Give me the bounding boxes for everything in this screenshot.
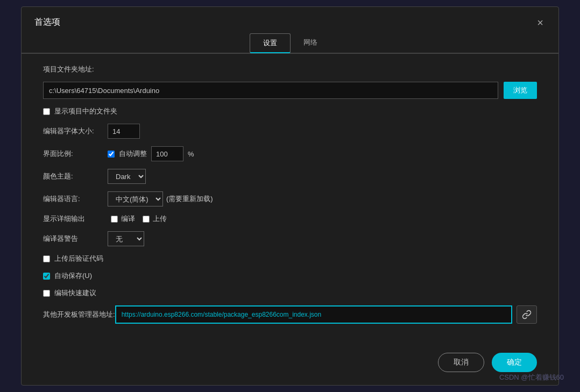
editor-font-row: 编辑器字体大小: <box>43 124 537 139</box>
auto-adjust-checkbox[interactable] <box>108 151 115 158</box>
verbose-compile-checkbox[interactable] <box>111 216 118 223</box>
reload-note: (需要重新加载) <box>166 194 213 204</box>
other-boards-row: 其他开发板管理器地址: <box>43 305 537 324</box>
auto-save-label: 自动保存(U) <box>54 271 92 281</box>
project-folder-label: 项目文件夹地址: <box>43 65 108 74</box>
project-folder-input-row: 浏览 <box>43 82 537 99</box>
scale-label: 界面比例: <box>43 149 108 159</box>
scale-input[interactable] <box>151 146 183 161</box>
scale-unit: % <box>188 150 194 158</box>
editor-lang-select[interactable]: 中文(简体) English <box>108 191 163 206</box>
editor-lang-row: 编辑器语言: 中文(简体) English (需要重新加载) <box>43 191 537 206</box>
dialog-titlebar: 首选项 × <box>22 7 558 33</box>
backdrop: 首选项 × 设置 网络 项目文件夹地址: 浏览 <box>0 0 580 392</box>
show-folder-row: 显示项目中的文件夹 <box>43 106 537 116</box>
show-folder-label: 显示项目中的文件夹 <box>54 106 117 116</box>
browse-button[interactable]: 浏览 <box>504 82 537 99</box>
project-folder-row: 项目文件夹地址: <box>43 65 537 74</box>
verbose-upload-checkbox[interactable] <box>143 216 150 223</box>
close-button[interactable]: × <box>535 17 546 28</box>
dialog-footer: 取消 确定 <box>22 342 558 385</box>
verbose-upload-label: 上传 <box>153 214 167 224</box>
quick-suggest-row: 编辑快速建议 <box>43 288 537 298</box>
auto-adjust-label: 自动调整 <box>119 149 147 159</box>
scale-controls: 自动调整 % <box>108 146 194 161</box>
verbose-label: 显示详细输出 <box>43 214 108 224</box>
auto-save-row: 自动保存(U) <box>43 271 537 281</box>
confirm-button[interactable]: 确定 <box>492 353 537 372</box>
color-theme-select[interactable]: Dark Light <box>108 169 146 184</box>
tab-settings[interactable]: 设置 <box>250 33 291 53</box>
tab-bar: 设置 网络 <box>22 33 558 53</box>
color-theme-label: 颜色主题: <box>43 172 108 181</box>
post-verify-checkbox[interactable] <box>43 255 50 262</box>
compiler-warning-select[interactable]: 无 默认 更多 全部 <box>108 231 144 246</box>
url-open-button[interactable] <box>517 305 537 324</box>
editor-font-label: 编辑器字体大小: <box>43 126 108 136</box>
quick-suggest-label: 编辑快速建议 <box>54 288 96 298</box>
compiler-warning-label: 编译器警告 <box>43 234 108 244</box>
compiler-warning-row: 编译器警告 无 默认 更多 全部 <box>43 231 537 246</box>
other-boards-label: 其他开发板管理器地址: <box>43 310 115 319</box>
auto-save-checkbox[interactable] <box>43 273 50 280</box>
quick-suggest-checkbox[interactable] <box>43 290 50 297</box>
color-theme-row: 颜色主题: Dark Light <box>43 169 537 184</box>
post-verify-label: 上传后验证代码 <box>54 254 103 263</box>
editor-font-input[interactable] <box>108 124 140 139</box>
dialog-title: 首选项 <box>34 17 60 28</box>
editor-lang-label: 编辑器语言: <box>43 194 108 204</box>
preferences-dialog: 首选项 × 设置 网络 项目文件夹地址: 浏览 <box>21 6 559 386</box>
project-folder-input[interactable] <box>43 82 498 99</box>
content-area: 项目文件夹地址: 浏览 显示项目中的文件夹 编辑器字体大小: 界面比例: <box>22 54 558 342</box>
cancel-button[interactable]: 取消 <box>438 353 484 372</box>
show-folder-checkbox[interactable] <box>43 108 50 115</box>
post-verify-row: 上传后验证代码 <box>43 254 537 263</box>
verbose-compile-label: 编译 <box>121 214 135 224</box>
other-boards-input[interactable] <box>115 305 512 324</box>
scale-row: 界面比例: 自动调整 % <box>43 146 537 161</box>
verbose-row: 显示详细输出 编译 上传 <box>43 214 537 224</box>
tab-network[interactable]: 网络 <box>291 33 330 53</box>
watermark: CSDN @忙着赚钱60 <box>499 373 564 382</box>
